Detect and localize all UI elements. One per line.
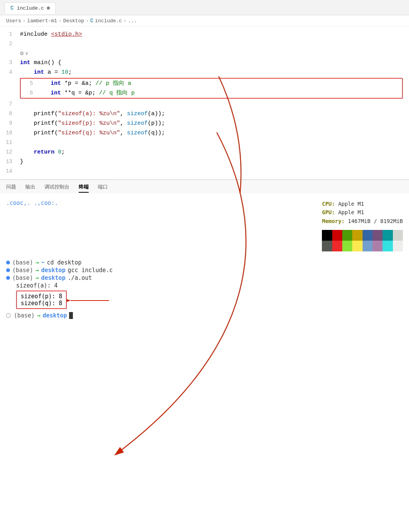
line-content-1: #include <stdio.h> xyxy=(20,30,409,39)
line-content-3: int main() { xyxy=(20,58,409,68)
last-prompt: (base) xyxy=(14,312,35,319)
cmd-prompt-1: (base) xyxy=(12,259,33,266)
cmd-prompt-3: (base) xyxy=(12,274,33,281)
color-swatch xyxy=(383,241,393,251)
breadcrumb-users: Users xyxy=(6,18,21,24)
output-box-container: sizeof(p): 8 sizeof(q): 8 xyxy=(6,289,67,309)
color-palette-container xyxy=(322,230,403,251)
line-number-3: 3 xyxy=(0,58,20,67)
line-content-8: printf("sizeof(a): %zu\n", sizeof(a)); xyxy=(20,109,409,119)
cmd-dir-1: ~ xyxy=(41,259,45,266)
color-swatch xyxy=(363,241,373,251)
tab-filename: include.c xyxy=(17,5,44,11)
tab-include-c[interactable]: C include.c xyxy=(5,2,56,14)
code-line-11: 11 xyxy=(0,138,409,147)
system-info: CPU: Apple M1 GPU: Apple M1 Memory: 1467… xyxy=(322,200,403,251)
cmd-text-3: ./a.out xyxy=(68,274,92,281)
color-swatch xyxy=(332,230,342,241)
line-number-1: 1 xyxy=(0,30,20,39)
code-editor: 1 #include <stdio.h> 2 ⚙ ∨ 3 int main() … xyxy=(0,26,409,180)
line-content-9: printf("sizeof(p): %zu\n", sizeof(p)); xyxy=(20,119,409,128)
line-number-14: 14 xyxy=(0,167,20,176)
code-line-5: 5 int *p = &a; // p 指向 a xyxy=(21,79,402,88)
last-dir: desktop xyxy=(43,312,67,319)
cmd-text-1: cd desktop xyxy=(47,259,81,266)
gpu-label: GPU: xyxy=(322,209,335,215)
cpu-label: CPU: xyxy=(322,201,335,207)
output-box: sizeof(p): 8 sizeof(q): 8 xyxy=(16,291,67,309)
line-content-7 xyxy=(20,100,409,109)
breadcrumb-filename: include.c xyxy=(95,18,122,24)
gpu-val: Apple M1 xyxy=(338,209,364,215)
code-line-6: 6 int **q = &p; // q 指向 p xyxy=(21,88,402,98)
gpu-info: GPU: Apple M1 xyxy=(322,208,403,216)
cmd-dot-1 xyxy=(6,261,10,264)
color-swatch xyxy=(322,230,332,241)
tab-debug-console[interactable]: 调试控制台 xyxy=(45,181,69,193)
breadcrumb-c-icon: C xyxy=(90,18,93,24)
color-swatch xyxy=(342,241,352,251)
cmd-line-2: (base) → desktop gcc include.c xyxy=(6,267,403,274)
tab-ports[interactable]: 端口 xyxy=(98,181,108,193)
include-path: <stdio.h> xyxy=(51,31,82,38)
cmd-prompt-2: (base) xyxy=(12,267,33,274)
annotation-icon: ⚙ xyxy=(20,50,24,57)
app-window: C include.c Users › lambert-m1 › Desktop… xyxy=(0,0,409,326)
cmd-dot-last xyxy=(6,313,11,318)
func-annotation: ⚙ ∨ xyxy=(0,49,409,58)
color-palette-row2 xyxy=(322,241,403,251)
last-prompt-line: (base) → desktop xyxy=(6,312,403,319)
memory-info: Memory: 1467MiB / 8192MiB xyxy=(322,217,403,225)
line-number-10: 10 xyxy=(0,128,20,137)
color-swatch xyxy=(393,230,403,241)
terminal-top-section: .cooc,. .,coo:. CPU: Apple M1 GPU: Apple… xyxy=(6,200,403,251)
highlight-box: 5 int *p = &a; // p 指向 a 6 int **q = &p;… xyxy=(20,78,403,99)
annotation-chevron: ∨ xyxy=(25,50,28,56)
color-palette-row1 xyxy=(322,230,403,241)
line-number-6: 6 xyxy=(23,88,37,97)
line-content-14 xyxy=(20,167,409,176)
line-number-7: 7 xyxy=(0,99,20,109)
code-line-7: 7 xyxy=(0,99,409,109)
tab-terminal[interactable]: 终端 xyxy=(79,181,89,193)
code-line-14: 14 xyxy=(0,167,409,176)
line-number-9: 9 xyxy=(0,119,20,128)
line-content-4: int a = 10; xyxy=(20,68,409,77)
cmd-dir-3: desktop xyxy=(41,274,65,281)
code-line-3: 3 int main() { xyxy=(0,58,409,68)
memory-label: Memory: xyxy=(322,218,345,224)
line-number-4: 4 xyxy=(0,68,20,77)
tab-problems[interactable]: 问题 xyxy=(6,181,16,193)
line-number-11: 11 xyxy=(0,138,20,147)
breadcrumb: Users › lambert-m1 › Desktop › C include… xyxy=(0,15,409,26)
line-content-11 xyxy=(20,138,409,147)
tab-output[interactable]: 输出 xyxy=(25,181,35,193)
cmd-arrow-1: → xyxy=(35,259,39,266)
cmd-dir-2: desktop xyxy=(41,267,65,274)
c-language-icon: C xyxy=(10,5,14,12)
code-line-13: 13 } xyxy=(0,157,409,167)
line-content-2 xyxy=(20,40,409,49)
breadcrumb-desktop: Desktop xyxy=(63,18,84,24)
code-line-2: 2 xyxy=(0,39,409,49)
color-swatch xyxy=(393,241,403,251)
cmd-text-2: gcc include.c xyxy=(68,267,112,274)
color-swatch xyxy=(383,230,393,241)
line-number-8: 8 xyxy=(0,109,20,118)
cpu-info: CPU: Apple M1 xyxy=(322,200,403,208)
tab-modified-indicator xyxy=(47,7,50,10)
line-number-12: 12 xyxy=(0,147,20,157)
code-line-4: 4 int a = 10; xyxy=(0,68,409,77)
code-line-10: 10 printf("sizeof(q): %zu\n", sizeof(q))… xyxy=(0,128,409,138)
line-content-6: int **q = &p; // q 指向 p xyxy=(37,89,400,98)
color-swatch xyxy=(352,230,362,241)
neofetch-text: .cooc,. .,coo:. xyxy=(6,200,58,207)
panel-tabs: 问题 输出 调试控制台 终端 端口 xyxy=(0,180,409,193)
cmd-dot-2 xyxy=(6,268,10,272)
color-swatch xyxy=(373,230,383,241)
neofetch-ascii: .cooc,. .,coo:. xyxy=(6,200,58,207)
color-swatch xyxy=(342,230,352,241)
cmd-dot-3 xyxy=(6,276,10,280)
code-line-8: 8 printf("sizeof(a): %zu\n", sizeof(a)); xyxy=(0,109,409,119)
breadcrumb-lambert: lambert-m1 xyxy=(27,18,57,24)
